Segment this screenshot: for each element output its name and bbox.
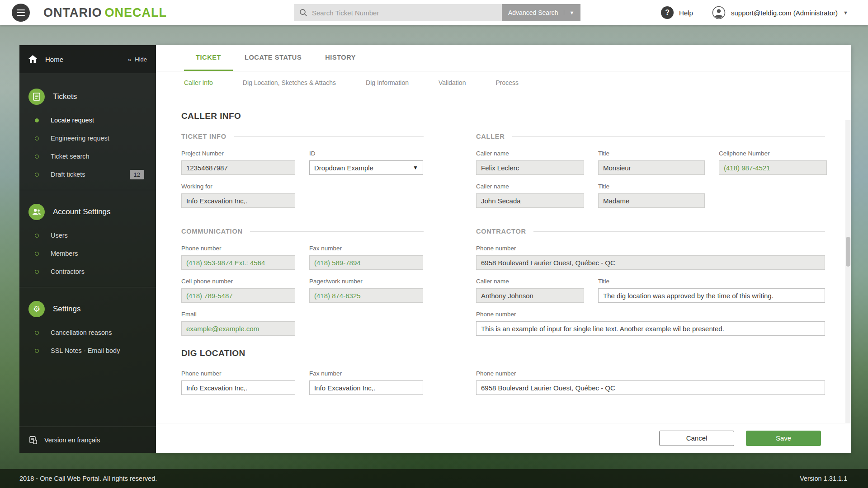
sidebar-section-account-settings[interactable]: Account Settings [19,197,156,226]
active-bullet-icon [35,118,39,122]
subtab-dig-information[interactable]: Dig Information [366,79,409,86]
field-contractor-caller-name: Caller name [476,278,584,303]
phone-number-input[interactable] [181,255,295,270]
section-title: Tickets [53,92,77,101]
sub-tabbar: Caller Info Dig Location, Sketches & Att… [156,71,851,94]
sidebar-item-locate-request[interactable]: Locate request [19,111,156,129]
sidebar-item-engineering-request[interactable]: Engineering request [19,129,156,147]
email-input[interactable] [181,321,295,336]
caller-section-header: CALLER [476,133,825,140]
tab-label: TICKET [196,54,221,61]
fax-number-input[interactable] [309,255,423,270]
language-toggle-button[interactable]: Version en français [19,427,156,453]
dig-location-title: DIG LOCATION [181,348,819,358]
subtab-dig-location-sketches[interactable]: Dig Location, Sketches & Attachs [243,79,336,86]
help-icon: ? [661,6,674,19]
field-label: Phone number [181,245,295,252]
ticket-info-section-header: TICKET INFO [181,133,424,140]
id-select[interactable]: Dropdown Example ▼ [309,160,423,175]
field-cell-phone-number: Cell phone number [181,278,295,303]
user-menu[interactable]: support@teldig.com (Administrator) ▼ [712,6,848,19]
hamburger-menu-icon[interactable] [12,4,30,22]
field-label: Pager/work number [309,278,423,285]
tab-history[interactable]: HISTORY [313,45,368,71]
contractor-phone-2-input[interactable] [476,321,825,336]
section-title: Settings [53,305,80,314]
field-caller-title: Title [598,150,705,175]
scrollbar[interactable] [845,120,851,423]
advanced-search-button[interactable]: Advanced Search ▼ [502,4,580,21]
sidebar-item-users[interactable]: Users [19,226,156,244]
bullet-icon [35,331,39,335]
item-label: Draft tickets [51,171,85,178]
chevron-down-icon: ▼ [564,10,575,15]
communication-section-header: COMMUNICATION [181,228,424,235]
sidebar-item-ticket-search[interactable]: Ticket search [19,147,156,165]
sidebar-item-members[interactable]: Members [19,244,156,263]
field-label: Phone number [476,245,825,252]
contractor-caller-name-input[interactable] [476,288,584,303]
sidebar: Home « Hide Tickets Locate request Engin… [19,45,156,453]
contractor-section-header: CONTRACTOR [476,228,825,235]
caller-name-input[interactable] [476,160,584,175]
field-fax-number: Fax number [309,245,423,270]
tab-ticket[interactable]: TICKET [184,45,233,71]
tab-locate-status[interactable]: LOCATE STATUS [233,45,313,71]
cancel-button[interactable]: Cancel [659,431,734,446]
dig-location-left: Phone number Fax number [181,370,424,403]
sidebar-item-cancellation-reasons[interactable]: Cancellation reasons [19,324,156,342]
contractor-phone-input[interactable] [476,255,825,270]
field-label: Fax number [309,245,423,252]
scrollbar-thumb[interactable] [846,237,850,267]
help-button[interactable]: ? Help [661,6,693,19]
dig-phone-input[interactable] [181,380,295,395]
page-title: CALLER INFO [181,111,819,121]
cell-phone-number-input[interactable] [181,288,295,303]
field-dig-phone: Phone number [181,370,295,395]
bullet-icon [35,234,39,238]
hide-sidebar-button[interactable]: « Hide [128,56,147,63]
dig-phone-2-input[interactable] [476,380,825,395]
contractor-title-input[interactable] [598,288,825,303]
caller-title-input[interactable] [598,160,705,175]
search-input[interactable] [312,9,496,17]
field-dig-fax: Fax number [309,370,423,395]
divider [19,190,156,190]
search-box [294,4,502,21]
project-number-input[interactable] [181,160,295,175]
cellphone-number-input[interactable] [719,160,827,175]
save-button[interactable]: Save [746,431,821,446]
section-header-label: COMMUNICATION [181,228,243,235]
sidebar-item-ssl-notes-email-body[interactable]: SSL Notes - Email body [19,342,156,360]
help-label: Help [679,9,693,17]
field-pager-work-number: Pager/work number [309,278,423,303]
field-label: Caller name [476,183,584,190]
bullet-icon [35,252,39,256]
bullet-icon [35,270,39,274]
subtab-process[interactable]: Process [495,79,519,86]
field-caller-name: Caller name [476,150,584,175]
field-label: Caller name [476,150,584,157]
field-label: Phone number [476,311,825,318]
sidebar-section-tickets[interactable]: Tickets [19,81,156,111]
item-label: Cancellation reasons [51,329,112,336]
language-label: Version en français [44,436,100,444]
sidebar-item-draft-tickets[interactable]: Draft tickets 12 [19,165,156,183]
caller-title-2-input[interactable] [598,193,705,208]
version-text: Version 1.31.1.1 [800,475,847,482]
field-label: ID [309,150,423,157]
item-label: Ticket search [51,153,90,160]
field-phone-number: Phone number [181,245,295,270]
field-label: Title [598,183,705,190]
subtab-caller-info[interactable]: Caller Info [184,79,213,86]
field-contractor-phone-2: Phone number [476,311,825,336]
copyright-text: 2018 - One Call Web Portal. All rights r… [19,475,157,482]
sidebar-item-home[interactable]: Home « Hide [19,45,156,73]
caller-name-2-input[interactable] [476,193,584,208]
pager-work-number-input[interactable] [309,288,423,303]
subtab-validation[interactable]: Validation [439,79,466,86]
working-for-input[interactable] [181,193,295,208]
dig-fax-input[interactable] [309,380,423,395]
sidebar-item-contractors[interactable]: Contractors [19,263,156,281]
sidebar-section-settings[interactable]: ⚙ Settings [19,294,156,324]
